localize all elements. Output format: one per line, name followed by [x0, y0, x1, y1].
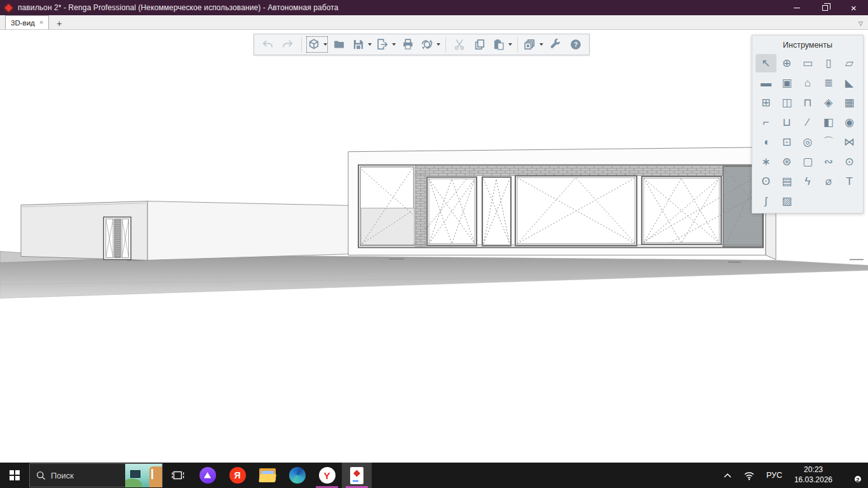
- help-icon: ?: [569, 37, 583, 51]
- tray-expand-button[interactable]: [719, 463, 736, 488]
- tool-equipment[interactable]: ◉: [839, 113, 860, 132]
- language-indicator[interactable]: РУС: [762, 463, 787, 488]
- visibility-button[interactable]: [522, 36, 545, 53]
- railing-icon: ⊓: [803, 97, 811, 108]
- duct-fitting-icon: ∾: [824, 156, 833, 167]
- tool-ramp[interactable]: ◣: [839, 74, 860, 92]
- tray-time: 20:23: [804, 465, 823, 474]
- app-renga-button[interactable]: [342, 463, 372, 488]
- tool-wall[interactable]: ▭: [797, 54, 818, 72]
- clock[interactable]: 20:23 16.03.2026: [789, 463, 837, 488]
- help-button[interactable]: ?: [566, 36, 585, 53]
- search-daily-image[interactable]: [125, 464, 162, 487]
- layers-icon: [523, 37, 537, 51]
- app-file-explorer-button[interactable]: [252, 463, 282, 488]
- tool-foundation[interactable]: ⊔: [776, 113, 797, 132]
- tool-truss[interactable]: ◈: [818, 93, 839, 112]
- tool-route[interactable]: ʃ: [756, 192, 776, 210]
- tool-grid-axes[interactable]: ⊕: [776, 54, 797, 72]
- tool-stairs[interactable]: ≣: [818, 74, 839, 92]
- 3d-viewport[interactable]: [0, 30, 868, 463]
- tool-text[interactable]: T: [839, 172, 860, 191]
- network-button[interactable]: [739, 463, 759, 488]
- vent-equipment-icon: ∗: [761, 156, 770, 167]
- tool-pipe-fitting[interactable]: ⋈: [839, 133, 860, 151]
- dropdown-arrow-icon[interactable]: [323, 43, 327, 46]
- minimize-button[interactable]: [782, 0, 811, 15]
- tool-duct-fitting[interactable]: ∾: [818, 152, 839, 171]
- tool-electric-panel[interactable]: ▤: [776, 172, 797, 191]
- taskbar-search-box[interactable]: Поиск: [29, 463, 163, 487]
- view-mode-button[interactable]: [306, 36, 329, 53]
- vent-system-icon: ⊛: [782, 156, 791, 167]
- window-controls: ×: [782, 0, 868, 15]
- action-center-button[interactable]: 2: [840, 463, 864, 488]
- view-tabbar: 3D-вид × + ▽: [0, 15, 868, 30]
- app-alice-button[interactable]: [193, 463, 222, 488]
- tool-vent-equipment[interactable]: ∗: [756, 152, 776, 171]
- tool-duct[interactable]: ▢: [797, 152, 818, 171]
- open-project-button[interactable]: [330, 36, 349, 53]
- tool-roof[interactable]: ⌂: [797, 74, 818, 92]
- dropdown-arrow-icon[interactable]: [368, 43, 372, 46]
- dropdown-arrow-icon[interactable]: [508, 43, 512, 46]
- tool-railing[interactable]: ⊓: [797, 93, 818, 112]
- tool-beam[interactable]: ▱: [839, 54, 860, 72]
- tool-line3d[interactable]: ∕: [797, 113, 818, 132]
- orbit-view-button[interactable]: [419, 36, 442, 53]
- print-button[interactable]: [398, 36, 417, 53]
- edge-icon: [289, 467, 306, 484]
- tool-pipe[interactable]: ⌒: [818, 133, 839, 151]
- start-button[interactable]: [0, 463, 29, 488]
- windows-logo-icon: [10, 470, 20, 480]
- storefront: [358, 165, 763, 248]
- notification-icon: 2: [844, 469, 860, 482]
- tool-opening[interactable]: ▣: [776, 74, 797, 92]
- restore-button[interactable]: [811, 0, 839, 15]
- tool-assembly[interactable]: ▦: [839, 93, 860, 112]
- tool-water-system[interactable]: ◎: [797, 133, 818, 151]
- tool-hatch[interactable]: ▨: [776, 192, 797, 210]
- save-button[interactable]: [350, 36, 373, 53]
- dropdown-arrow-icon[interactable]: [539, 43, 543, 46]
- tool-electric-circuit[interactable]: ϟ: [797, 172, 818, 191]
- export-button[interactable]: [374, 36, 397, 53]
- paste-button[interactable]: [491, 36, 513, 53]
- tab-overflow-icon[interactable]: ▽: [858, 20, 863, 27]
- tools-grid: ↖⊕▭▯▱▬▣⌂≣◣⊞◫⊓◈▦⌐⊔∕◧◉◖⊡◎⌒⋈∗⊛▢∾⊙ʘ▤ϟ⌀Tʃ▨: [756, 54, 860, 210]
- app-yandex-browser-button[interactable]: Y: [312, 463, 342, 488]
- tool-obj-select[interactable]: ↖: [756, 54, 776, 72]
- wall-icon: ▭: [803, 58, 813, 69]
- close-button[interactable]: ×: [839, 0, 868, 15]
- yandex-icon: Я: [229, 467, 246, 484]
- mep-equipment-icon: ⊡: [782, 137, 791, 147]
- dropdown-arrow-icon[interactable]: [392, 43, 396, 46]
- tool-floor[interactable]: ▬: [756, 74, 776, 92]
- settings-button[interactable]: [546, 36, 565, 53]
- tab-3d-view[interactable]: 3D-вид ×: [5, 15, 49, 29]
- file-explorer-icon: [259, 468, 276, 482]
- daily-image-waterfall: [151, 469, 153, 479]
- opening-icon: ▣: [782, 78, 792, 88]
- tool-light-fixture[interactable]: ʘ: [756, 172, 776, 191]
- tool-profile[interactable]: ⌐: [756, 113, 776, 132]
- search-placeholder: Поиск: [51, 471, 125, 480]
- tool-vent-system[interactable]: ⊛: [776, 152, 797, 171]
- new-tab-button[interactable]: +: [53, 17, 65, 29]
- copy-button[interactable]: [470, 36, 489, 53]
- task-view-button[interactable]: [163, 463, 193, 488]
- app-yandex-start-button[interactable]: Я: [222, 463, 252, 488]
- print-icon: [401, 37, 415, 51]
- tool-mep-equipment[interactable]: ⊡: [776, 133, 797, 151]
- tab-close-icon[interactable]: ×: [39, 19, 43, 26]
- tool-window[interactable]: ⊞: [756, 93, 776, 112]
- tool-plumbing-fixture[interactable]: ◖: [756, 133, 776, 151]
- tool-socket[interactable]: ⊙: [839, 152, 860, 171]
- dropdown-arrow-icon[interactable]: [437, 43, 440, 46]
- tool-column[interactable]: ▯: [818, 54, 839, 72]
- app-edge-button[interactable]: [282, 463, 312, 488]
- export-icon: [376, 37, 390, 51]
- tool-dimension[interactable]: ⌀: [818, 172, 839, 191]
- tool-door-leaf[interactable]: ◧: [818, 113, 839, 132]
- tool-door[interactable]: ◫: [776, 93, 797, 112]
